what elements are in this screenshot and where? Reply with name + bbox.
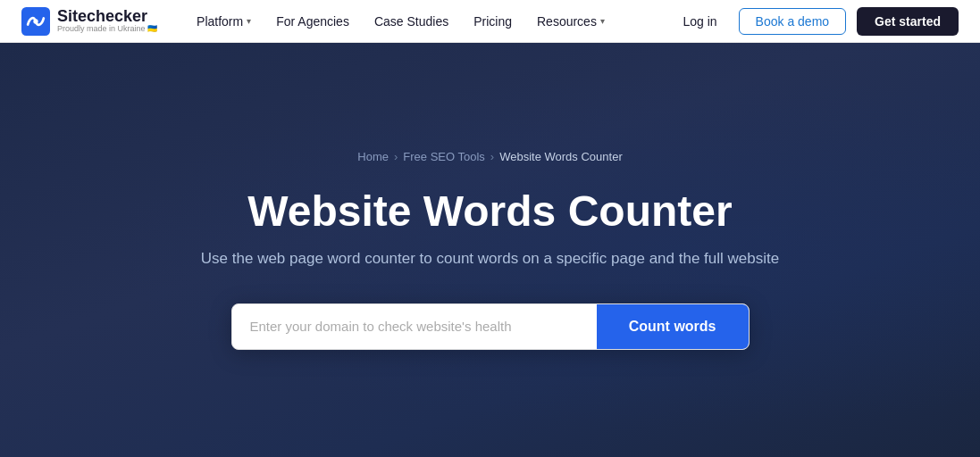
breadcrumb-seo-tools[interactable]: Free SEO Tools <box>403 150 485 163</box>
nav-for-agencies[interactable]: For Agencies <box>265 9 360 34</box>
nav-platform-label: Platform <box>197 14 243 29</box>
search-bar: Count words <box>231 303 750 350</box>
nav-actions: Log in Book a demo Get started <box>672 7 959 36</box>
logo-icon <box>21 7 50 36</box>
get-started-button[interactable]: Get started <box>857 7 959 36</box>
nav-resources-label: Resources <box>537 14 597 29</box>
navbar: Sitechecker Proudly made in Ukraine 🇺🇦 P… <box>0 0 980 43</box>
breadcrumb-home[interactable]: Home <box>357 150 389 163</box>
hero-subtitle: Use the web page word counter to count w… <box>201 250 779 268</box>
nav-pricing-label: Pricing <box>473 14 512 29</box>
hero-title: Website Words Counter <box>247 188 732 236</box>
chevron-down-icon: ▾ <box>247 16 251 26</box>
brand-subtitle: Proudly made in Ukraine 🇺🇦 <box>57 25 157 34</box>
chevron-down-icon-2: ▾ <box>600 16 605 26</box>
brand-name: Sitechecker <box>57 8 157 26</box>
svg-point-1 <box>33 19 38 23</box>
breadcrumb-sep-1: › <box>394 150 398 163</box>
book-demo-button[interactable]: Book a demo <box>739 8 847 35</box>
nav-case-studies[interactable]: Case Studies <box>364 9 459 34</box>
login-button[interactable]: Log in <box>672 9 727 34</box>
breadcrumb-current: Website Words Counter <box>499 150 623 163</box>
nav-platform[interactable]: Platform ▾ <box>186 9 262 34</box>
hero-section: Home › Free SEO Tools › Website Words Co… <box>0 43 980 457</box>
logo[interactable]: Sitechecker Proudly made in Ukraine 🇺🇦 <box>21 7 157 36</box>
nav-case-studies-label: Case Studies <box>374 14 448 29</box>
domain-input[interactable] <box>232 304 597 349</box>
breadcrumb: Home › Free SEO Tools › Website Words Co… <box>357 150 622 163</box>
nav-pricing[interactable]: Pricing <box>463 9 523 34</box>
nav-links: Platform ▾ For Agencies Case Studies Pri… <box>186 9 672 34</box>
nav-for-agencies-label: For Agencies <box>276 14 349 29</box>
count-words-button[interactable]: Count words <box>597 304 749 349</box>
nav-resources[interactable]: Resources ▾ <box>526 9 616 34</box>
breadcrumb-sep-2: › <box>490 150 494 163</box>
